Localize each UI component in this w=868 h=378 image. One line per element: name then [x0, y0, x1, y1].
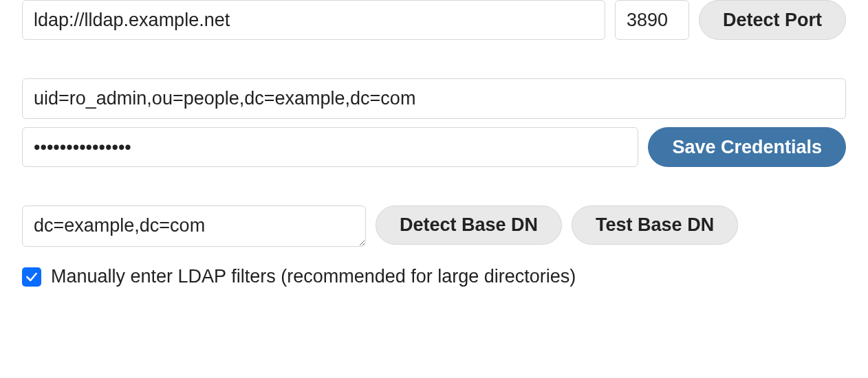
base-dn-textarea[interactable]	[22, 205, 366, 247]
manual-filters-row: Manually enter LDAP filters (recommended…	[22, 266, 846, 287]
ldap-port-input[interactable]	[615, 0, 689, 40]
save-credentials-button[interactable]: Save Credentials	[648, 127, 846, 167]
test-base-dn-button[interactable]: Test Base DN	[572, 205, 738, 245]
ldap-host-input[interactable]	[22, 0, 605, 40]
host-port-row: Detect Port	[22, 0, 846, 40]
password-row: Save Credentials	[22, 127, 846, 167]
detect-port-button[interactable]: Detect Port	[699, 0, 846, 40]
detect-base-dn-button[interactable]: Detect Base DN	[376, 205, 562, 245]
ldap-config-form: Detect Port Save Credentials Detect Base…	[0, 0, 868, 287]
bind-dn-input[interactable]	[22, 78, 846, 118]
bind-password-input[interactable]	[22, 127, 638, 167]
manual-filters-label[interactable]: Manually enter LDAP filters (recommended…	[51, 266, 576, 287]
bind-dn-row	[22, 78, 846, 118]
base-dn-row: Detect Base DN Test Base DN	[22, 205, 846, 247]
manual-filters-checkbox[interactable]	[22, 267, 41, 287]
check-icon	[25, 270, 39, 284]
